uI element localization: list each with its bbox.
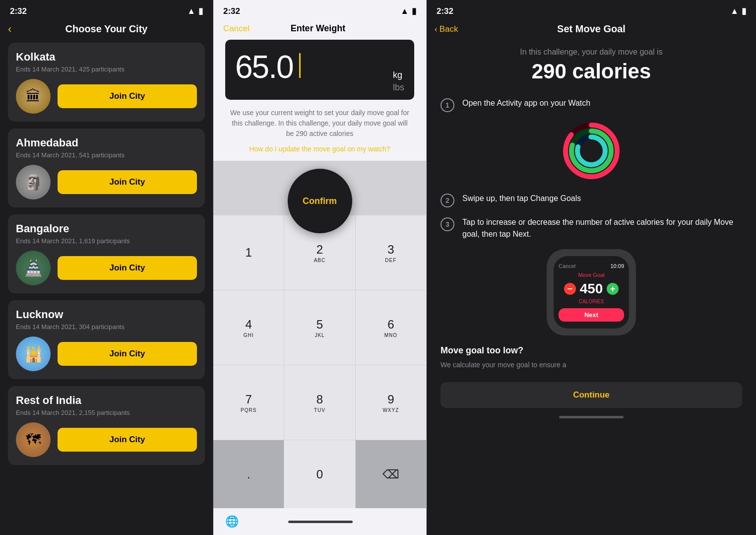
city-name-4: Rest of India: [16, 394, 197, 407]
status-bar-p3: 2:32 ▲ ▮: [427, 0, 756, 19]
city-name-1: Ahmedabad: [16, 136, 197, 149]
city-avatar-icon-1: 🗿: [24, 174, 43, 191]
key-main-10: 0: [316, 468, 323, 481]
step-text-3: Tap to increase or decrease the number o…: [462, 216, 742, 240]
city-row-1: 🗿 Join City: [16, 165, 197, 200]
key-main-7: 8: [316, 393, 323, 406]
city-name-0: Kolkata: [16, 51, 197, 64]
status-icons-p2: ▲ ▮: [400, 6, 416, 16]
city-meta-1: Ends 14 March 2021, 541 participants: [16, 151, 197, 159]
p1-header: ‹ Choose Your City: [0, 19, 213, 43]
join-button-3[interactable]: Join City: [58, 342, 197, 366]
key-sub-1: ABC: [314, 258, 326, 263]
plus-icon: +: [607, 283, 619, 295]
key-sub-4: JKL: [315, 333, 324, 338]
confirm-button[interactable]: Confirm: [288, 169, 352, 233]
step-badge-2: 2: [441, 194, 454, 207]
city-row-4: 🗺 Join City: [16, 422, 197, 457]
watch-goal-row: − 450 +: [559, 281, 624, 297]
key-sub-6: PQRS: [241, 407, 256, 413]
key-main-4: 5: [316, 318, 323, 332]
step-1: 1 Open the Activity app on your Watch: [441, 97, 742, 112]
watch-goal-label: Move Goal: [559, 272, 624, 278]
p3-nav: ‹ Back Set Move Goal: [427, 19, 756, 43]
status-icons-p1: ▲ ▮: [187, 6, 203, 16]
join-button-2[interactable]: Join City: [58, 256, 197, 280]
numpad-bottom: 🌐: [213, 508, 426, 535]
step-2: 2 Swipe up, then tap Change Goals: [441, 193, 742, 207]
city-list: Kolkata Ends 14 March 2021, 425 particip…: [0, 43, 213, 535]
city-name-3: Lucknow: [16, 308, 197, 321]
watch-calories-label: CALORIES: [559, 299, 624, 304]
step-badge-1: 1: [441, 98, 454, 112]
p3-content: In this challenge, your daily move goal …: [427, 43, 756, 428]
city-avatar-2: 🏯: [16, 251, 51, 285]
numpad-key-6[interactable]: 7 PQRS: [213, 365, 284, 440]
key-main-0: 1: [245, 246, 252, 260]
enter-weight-panel: 2:32 ▲ ▮ Cancel Enter Weight 65.0 kg lbs…: [213, 0, 427, 535]
numpad-key-2[interactable]: 3 DEF: [356, 215, 426, 290]
watch-goal-value: 450: [580, 281, 603, 297]
unit-lbs[interactable]: lbs: [393, 82, 404, 93]
move-goal-description: We calculate your move goal to ensure a: [441, 360, 742, 370]
weight-units: kg lbs: [393, 70, 404, 93]
status-bar-p1: 2:32 ▲ ▮: [0, 0, 213, 19]
city-name-2: Bangalore: [16, 222, 197, 235]
city-meta-0: Ends 14 March 2021, 425 participants: [16, 66, 197, 73]
city-avatar-icon-2: 🏯: [24, 260, 43, 277]
city-row-3: 🕌 Join City: [16, 336, 197, 371]
key-sub-8: WXYZ: [382, 407, 399, 413]
key-sub-3: GHI: [244, 333, 254, 338]
step-badge-3: 3: [441, 217, 454, 231]
city-row-0: 🏛 Join City: [16, 79, 197, 114]
cancel-button[interactable]: Cancel: [223, 24, 250, 34]
watch-link[interactable]: How do I update the move goal on my watc…: [213, 143, 426, 161]
numpad-key-9[interactable]: .: [213, 440, 284, 508]
p3-calories: 290 calories: [441, 60, 742, 83]
numpad-key-0[interactable]: 1: [213, 215, 284, 290]
step-text-1: Open the Activity app on your Watch: [462, 97, 742, 109]
back-label-p3: Back: [440, 24, 458, 34]
numpad-key-10[interactable]: 0: [284, 440, 355, 508]
weight-description: We use your current weight to set your d…: [213, 100, 426, 143]
key-sub-2: DEF: [385, 258, 396, 263]
numpad-key-8[interactable]: 9 WXYZ: [356, 365, 426, 440]
join-button-0[interactable]: Join City: [58, 84, 197, 108]
join-button-1[interactable]: Join City: [58, 170, 197, 194]
globe-icon[interactable]: 🌐: [225, 515, 239, 528]
city-avatar-icon-4: 🗺: [26, 431, 41, 448]
city-meta-3: Ends 14 March 2021, 304 participants: [16, 323, 197, 331]
continue-button[interactable]: Continue: [441, 382, 742, 408]
battery-icon-p2: ▮: [412, 6, 416, 16]
choose-city-panel: 2:32 ▲ ▮ ‹ Choose Your City Kolkata Ends…: [0, 0, 213, 535]
time-p2: 2:32: [223, 6, 240, 16]
weight-display: 65.0 kg lbs: [225, 40, 414, 100]
page-title-p3: Set Move Goal: [557, 23, 626, 35]
battery-icon-p3: ▮: [742, 6, 746, 16]
back-button-p1[interactable]: ‹: [8, 23, 11, 36]
numpad-key-4[interactable]: 5 JKL: [284, 290, 355, 365]
city-avatar-1: 🗿: [16, 165, 51, 200]
unit-kg[interactable]: kg: [393, 70, 404, 80]
key-main-6: 7: [245, 393, 252, 406]
numpad-key-3[interactable]: 4 GHI: [213, 290, 284, 365]
numpad: 1 2 ABC 3 DEF 4 GHI 5 JKL 6 MNO 7 PQRS 8…: [213, 215, 426, 508]
city-avatar-4: 🗺: [16, 422, 51, 457]
numpad-key-7[interactable]: 8 TUV: [284, 365, 355, 440]
city-card-0: Kolkata Ends 14 March 2021, 425 particip…: [8, 43, 205, 122]
minus-icon: −: [564, 283, 576, 295]
city-card-2: Bangalore Ends 14 March 2021, 1,619 part…: [8, 214, 205, 293]
home-indicator: [559, 416, 624, 418]
numpad-key-11[interactable]: ⌫: [356, 440, 426, 508]
p2-nav: Cancel Enter Weight: [213, 19, 426, 40]
key-main-2: 3: [387, 243, 394, 257]
key-main-5: 6: [387, 318, 394, 332]
watch-topbar: Cancel 10:09: [559, 263, 624, 269]
watch-next-btn[interactable]: Next: [559, 308, 624, 322]
p2-title: Enter Weight: [291, 23, 346, 34]
numpad-key-5[interactable]: 6 MNO: [356, 290, 426, 365]
join-button-4[interactable]: Join City: [58, 428, 197, 452]
back-chevron-icon: ‹: [435, 24, 438, 34]
back-button-p3[interactable]: ‹ Back: [435, 24, 458, 34]
watch-cancel-label: Cancel: [559, 263, 575, 269]
